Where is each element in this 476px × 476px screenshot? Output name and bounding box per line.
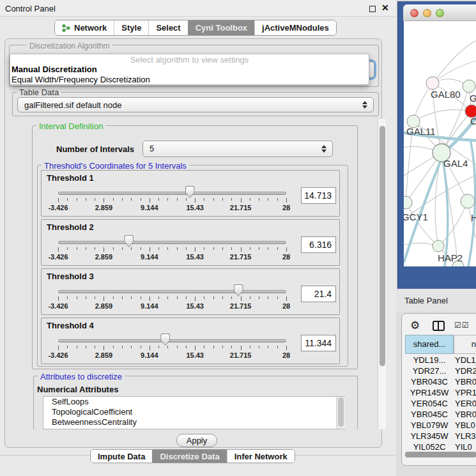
tick-mark — [131, 247, 132, 250]
tick-mark — [141, 296, 141, 299]
threshold-2-slider-track[interactable] — [58, 241, 286, 244]
table-row[interactable]: YPR145WYPR1 — [405, 387, 476, 398]
tick-mark — [86, 247, 86, 250]
tab-discretize-data[interactable]: Discretize Data — [152, 450, 226, 463]
dropdown-item-manual-discretization[interactable]: Manual Discretization — [10, 65, 369, 75]
tick-mark — [268, 346, 268, 348]
tick-mark — [58, 296, 59, 301]
table-horizontal-scrollbar[interactable] — [405, 452, 476, 457]
table-row[interactable]: YBR045CYBR0 — [405, 409, 476, 420]
threshold-4-slider-thumb[interactable] — [160, 334, 170, 346]
tick-mark — [77, 198, 77, 201]
attribute-list-item[interactable]: SelfLoops — [43, 397, 344, 407]
threshold-1-slider-track[interactable] — [58, 192, 286, 195]
table-row[interactable]: YER054CYER0 — [405, 398, 476, 409]
table-row[interactable]: YDR27...YDR2 — [405, 365, 476, 376]
top-tab-bar: Network Style Select Cyni Toolbox jActiv… — [54, 20, 337, 36]
network-node[interactable] — [433, 240, 444, 252]
close-traffic-light[interactable] — [410, 9, 418, 17]
column-header-shared-name[interactable]: shared... — [405, 335, 454, 354]
tick-mark — [104, 247, 104, 252]
threshold-1-block: Threshold 1 -3.4262.8599.14415.4321.7152… — [41, 170, 340, 217]
apply-button[interactable]: Apply — [176, 434, 217, 447]
tab-jactivemnodules[interactable]: jActiveMNodules — [254, 20, 336, 35]
network-node[interactable] — [461, 194, 475, 208]
tick-mark — [177, 296, 178, 299]
tick-mark — [167, 198, 168, 201]
cell-name: YIL0 — [455, 441, 472, 450]
tick-mark — [77, 296, 77, 299]
table-data-combobox-value: galFiltered.sif default node — [24, 100, 121, 110]
gear-icon[interactable]: ⚙ — [410, 319, 420, 332]
float-window-icon[interactable] — [369, 6, 376, 12]
table-row[interactable]: YLR345WYLR3 — [405, 431, 476, 441]
tab-cyni-toolbox[interactable]: Cyni Toolbox — [188, 20, 254, 35]
table-row[interactable]: YBR043CYBR0 — [405, 376, 476, 387]
tick-label: 28 — [282, 351, 290, 359]
tick-mark — [158, 296, 159, 299]
bottom-tab-bar: Impute Data Discretize Data Infer Networ… — [90, 449, 295, 463]
network-node[interactable] — [463, 80, 475, 93]
slider-ticks — [42, 296, 339, 302]
threshold-4-slider-track[interactable] — [58, 339, 286, 342]
tab-select[interactable]: Select — [148, 20, 187, 35]
slider-ticks — [42, 346, 339, 351]
split-view-icon[interactable] — [433, 321, 445, 331]
tick-label: 15.43 — [186, 351, 204, 359]
column-header-name[interactable]: na — [454, 335, 476, 354]
tick-mark — [195, 296, 196, 301]
table-row[interactable]: YIL052CYIL0 — [405, 441, 476, 450]
tick-label: 9.144 — [141, 253, 158, 261]
threshold-1-slider-thumb[interactable] — [185, 186, 195, 198]
table-row[interactable]: YBL079WYBL0 — [405, 420, 476, 431]
threshold-3-slider-thumb[interactable] — [234, 284, 243, 296]
tick-mark — [177, 247, 178, 250]
threshold-3-value-field[interactable]: 21.4 — [301, 286, 336, 302]
tab-style[interactable]: Style — [114, 20, 148, 35]
dropdown-hint-item[interactable]: Select algorithm to view settings — [10, 54, 369, 65]
tick-label: 21.715 — [230, 253, 252, 261]
panel-scrollbar[interactable] — [378, 119, 386, 429]
numerical-attributes-list[interactable]: SelfLoopsTopologicalCoefficientBetweenne… — [43, 396, 345, 429]
tab-network[interactable]: Network — [55, 20, 114, 35]
network-node[interactable] — [426, 77, 439, 89]
tick-mark — [204, 198, 204, 201]
threshold-3-slider-track[interactable] — [58, 290, 286, 293]
network-edge — [413, 110, 472, 121]
threshold-1-value-field[interactable]: 14.713 — [301, 187, 336, 204]
tab-infer-network[interactable]: Infer Network — [227, 450, 295, 463]
network-node-label: C — [470, 116, 476, 127]
network-node[interactable] — [404, 196, 412, 209]
threshold-3-label: Threshold 3 — [47, 272, 94, 281]
attributes-list-scrollbar[interactable] — [336, 397, 345, 429]
tick-mark — [167, 346, 168, 348]
threshold-4-value-field[interactable]: 11.344 — [301, 335, 336, 351]
cell-name: YER0 — [455, 398, 476, 409]
tick-mark — [86, 198, 86, 201]
dropdown-item-equal-width[interactable]: Equal Width/Frequency Discretization — [10, 75, 369, 85]
tick-mark — [277, 198, 278, 201]
network-window-titlebar[interactable] — [403, 4, 476, 21]
zoom-traffic-light[interactable] — [436, 9, 444, 17]
tick-label: 28 — [282, 204, 290, 211]
network-node-label: GAL80 — [431, 89, 461, 100]
threshold-2-slider-thumb[interactable] — [124, 235, 134, 247]
threshold-2-value-field[interactable]: 6.316 — [301, 236, 336, 253]
attribute-list-item[interactable]: TopologicalCoefficient — [43, 407, 344, 417]
attributes-group-title: Attributes to discretize — [38, 372, 125, 381]
tab-impute-data[interactable]: Impute Data — [91, 450, 152, 463]
minimize-traffic-light[interactable] — [423, 9, 431, 17]
table-row[interactable]: YDL19...YDL1 — [405, 355, 476, 365]
tick-mark — [113, 346, 114, 348]
cell-name: YBL0 — [455, 420, 475, 431]
close-icon[interactable]: ✕ — [381, 3, 389, 13]
column-checkbox-icons[interactable]: ☑☑ — [454, 321, 470, 330]
cell-shared-name: YLR345W — [405, 431, 454, 441]
tick-mark — [213, 346, 214, 348]
attribute-list-item[interactable]: BetweennessCentrality — [43, 417, 344, 427]
table-data-combobox[interactable]: galFiltered.sif default node — [17, 97, 374, 112]
number-of-intervals-spinner[interactable]: 5 — [142, 141, 333, 157]
cell-shared-name: YBR045C — [405, 409, 454, 420]
tick-mark — [186, 296, 187, 299]
network-canvas[interactable]: GAL80GACGAL11GAL4GCY1HHAP2 — [404, 21, 476, 266]
